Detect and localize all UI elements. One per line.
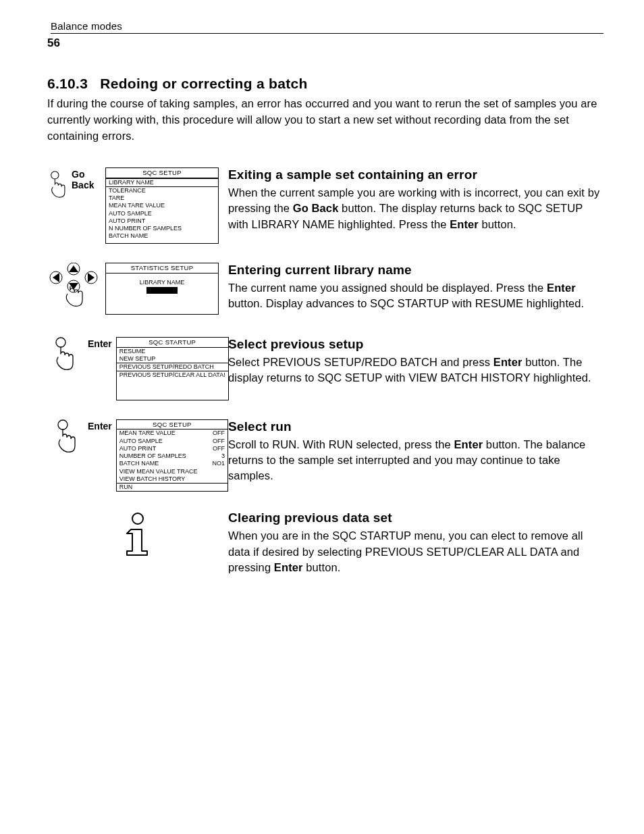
section-intro: If during the course of taking samples, … <box>47 96 603 145</box>
lcd-field: LIBRARY NAME <box>140 279 185 286</box>
lcd-row: NEW SETUP <box>119 355 225 363</box>
step-body: Scroll to RUN. With RUN selected, press … <box>228 437 603 484</box>
bold: Go Back <box>293 202 339 214</box>
lcd-row: AUTO SAMPLEOFF <box>119 438 225 445</box>
press-cluster: Go Back <box>47 167 103 203</box>
step-text: Exiting a sample set containing an error… <box>228 167 603 232</box>
svg-marker-5 <box>53 273 59 282</box>
svg-marker-7 <box>88 273 95 282</box>
lcd-sqc-setup-run: SQC SETUP MEAN TARE VALUEOFF AUTO SAMPLE… <box>116 419 228 492</box>
step-illustration <box>47 511 228 561</box>
k: BATCH NAME <box>119 460 159 467</box>
lcd-row: AUTO PRINT <box>109 217 215 225</box>
k: NUMBER OF SAMPLES <box>119 452 186 460</box>
lcd-row: MEAN TARE VALUEOFF <box>119 429 225 437</box>
v: 3 <box>221 452 225 460</box>
step-heading: Select run <box>228 419 603 434</box>
page-number: 56 <box>47 36 603 50</box>
lcd-row: VIEW MEAN VALUE TRACE <box>119 468 225 475</box>
lcd-body: RESUME NEW SETUP PREVIOUS SETUP/REDO BAT… <box>117 348 228 400</box>
k: AUTO SAMPLE <box>119 438 163 445</box>
button-label: Enter <box>88 421 112 432</box>
hand-press-icon <box>51 337 80 372</box>
lcd-row: AUTO SAMPLE <box>109 210 215 217</box>
k: AUTO PRINT <box>119 445 156 452</box>
step-illustration: STATISTICS SETUP LIBRARY NAME <box>47 263 228 318</box>
text: Scroll to RUN. With RUN selected, press … <box>228 438 454 450</box>
arrow-pad <box>47 263 100 318</box>
lcd-row: BATCH NAME <box>109 232 215 240</box>
info-icon <box>119 512 157 561</box>
step-previous-setup: Enter SQC STARTUP RESUME NEW SETUP PREVI… <box>47 337 603 400</box>
lcd-body: MEAN TARE VALUEOFF AUTO SAMPLEOFF AUTO P… <box>117 429 227 491</box>
bold: Enter <box>493 356 522 368</box>
lcd-row: N NUMBER OF SAMPLES <box>109 225 215 232</box>
v: OFF <box>213 429 225 437</box>
bold: Enter <box>454 438 483 450</box>
step-heading: Entering current library name <box>228 263 603 278</box>
lcd-row: BATCH NAMENO1 <box>119 460 225 467</box>
step-illustration: Enter SQC SETUP MEAN TARE VALUEOFF AUTO … <box>47 419 228 492</box>
step-select-run: Enter SQC SETUP MEAN TARE VALUEOFF AUTO … <box>47 419 603 492</box>
step-body: When you are in the SQC STARTUP menu, yo… <box>228 528 603 575</box>
section-title-text: Redoing or correcting a batch <box>100 76 307 91</box>
svg-point-9 <box>56 338 65 347</box>
step-illustration: Go Back SQC SETUP LIBRARY NAME TOLERANCE… <box>47 167 228 244</box>
lcd-row: MEAN TARE VALUE <box>109 202 215 209</box>
bold: Enter <box>450 218 479 230</box>
v: NO1 <box>212 460 225 467</box>
button-label: Go Back <box>72 169 103 190</box>
text: button. <box>479 218 516 230</box>
svg-point-11 <box>132 513 143 524</box>
text: button. Display advances to SQC STARTUP … <box>228 297 584 309</box>
lcd-row: NUMBER OF SAMPLES3 <box>119 452 225 460</box>
svg-point-10 <box>58 420 68 429</box>
lcd-sqc-startup: SQC STARTUP RESUME NEW SETUP PREVIOUS SE… <box>116 337 229 400</box>
step-heading: Clearing previous data set <box>228 511 603 525</box>
step-body: Select PREVIOUS SETUP/REDO BATCH and pre… <box>228 355 603 386</box>
lcd-row: PREVIOUS SETUP/REDO BATCH <box>117 363 228 371</box>
step-text: Select previous setup Select PREVIOUS SE… <box>228 337 603 386</box>
hand-press-icon <box>47 167 70 203</box>
press-cluster <box>47 419 88 454</box>
lcd-row: AUTO PRINTOFF <box>119 445 225 452</box>
bold: Enter <box>547 282 576 294</box>
lcd-row: LIBRARY NAME <box>106 178 218 187</box>
lcd-row: TARE <box>109 194 215 202</box>
lcd-title: SQC STARTUP <box>117 338 228 348</box>
lcd-row: TOLERANCE <box>109 187 215 194</box>
lcd-title: STATISTICS SETUP <box>106 263 218 273</box>
press-cluster <box>47 337 88 372</box>
step-text: Entering current library name The curren… <box>228 263 603 312</box>
step-illustration: Enter SQC STARTUP RESUME NEW SETUP PREVI… <box>47 337 228 400</box>
lcd-title: SQC SETUP <box>106 168 218 178</box>
page: Balance modes 56 6.10.3Redoing or correc… <box>0 0 644 834</box>
lcd-row: RESUME <box>119 348 225 355</box>
section-heading: 6.10.3Redoing or correcting a batch <box>47 76 603 92</box>
step-library-name: STATISTICS SETUP LIBRARY NAME Entering c… <box>47 263 603 318</box>
v: OFF <box>213 445 225 452</box>
svg-point-0 <box>51 172 59 179</box>
step-heading: Select previous setup <box>228 337 603 352</box>
lcd-sqc-setup: SQC SETUP LIBRARY NAME TOLERANCE TARE ME… <box>105 167 219 244</box>
button-label: Enter <box>88 338 112 349</box>
step-text: Select run Scroll to RUN. With RUN selec… <box>228 419 603 484</box>
v: OFF <box>213 438 225 445</box>
step-heading: Exiting a sample set containing an error <box>228 167 603 182</box>
lcd-row: PREVIOUS SETUP/CLEAR ALL DATA! <box>119 371 225 379</box>
step-clear-data: Clearing previous data set When you are … <box>47 511 603 575</box>
lcd-body: LIBRARY NAME TOLERANCE TARE MEAN TARE VA… <box>106 178 218 243</box>
lcd-body: LIBRARY NAME <box>106 273 218 314</box>
step-body: When the current sample you are working … <box>228 185 603 232</box>
hand-press-icon <box>53 419 82 454</box>
lcd-row: VIEW BATCH HISTORY <box>119 475 225 483</box>
bold: Enter <box>274 561 303 573</box>
svg-marker-1 <box>69 265 78 272</box>
k: MEAN TARE VALUE <box>119 429 176 437</box>
step-exit-sample: Go Back SQC SETUP LIBRARY NAME TOLERANCE… <box>47 167 603 244</box>
step-body: The current name you assigned should be … <box>228 280 603 312</box>
text: Select PREVIOUS SETUP/REDO BATCH and pre… <box>228 356 493 368</box>
text: button. <box>303 561 341 573</box>
lcd-statistics-setup: STATISTICS SETUP LIBRARY NAME <box>105 263 219 315</box>
cursor-icon <box>146 287 178 294</box>
